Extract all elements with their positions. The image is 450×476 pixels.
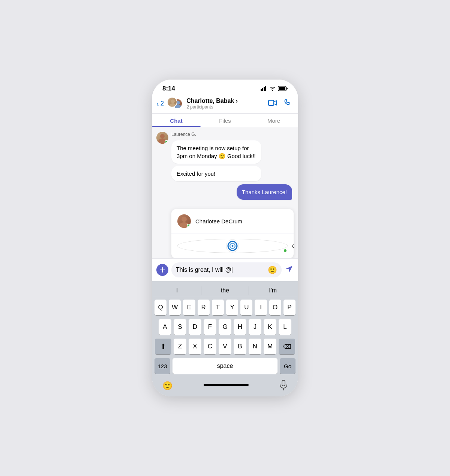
key-n[interactable]: N	[249, 339, 261, 354]
key-q[interactable]: Q	[154, 300, 166, 315]
key-p[interactable]: P	[284, 300, 296, 315]
chat-header: ‹ 2 Charlotte, Babak › 2 participants	[152, 95, 298, 114]
back-chevron-icon: ‹	[156, 99, 159, 108]
messages-column: Laurence G. The meeting is now setup for…	[171, 132, 261, 181]
wifi-icon	[270, 86, 276, 91]
status-bar: 8:14	[152, 80, 298, 95]
key-z[interactable]: Z	[174, 339, 186, 354]
svg-rect-2	[264, 87, 265, 92]
svg-rect-10	[268, 100, 274, 105]
svg-rect-1	[262, 88, 263, 91]
key-g[interactable]: G	[219, 319, 231, 335]
key-i[interactable]: I	[255, 300, 267, 315]
key-h[interactable]: H	[234, 319, 246, 335]
key-b[interactable]: B	[234, 339, 246, 354]
autocomplete-row: I the I'm	[153, 284, 297, 297]
emoji-bar: 🙂	[153, 377, 297, 396]
shift-key[interactable]: ⬆	[155, 339, 171, 354]
header-info: Charlotte, Babak › 2 participants	[186, 98, 268, 110]
mention-name-contoso: Contoso	[292, 243, 294, 249]
svg-point-13	[182, 217, 187, 222]
sender-avatar-laurence	[156, 132, 168, 144]
key-m[interactable]: M	[264, 339, 276, 354]
mention-contoso[interactable]: Contoso	[171, 233, 294, 258]
key-row-3: ⬆ Z X C V B N M ⌫	[154, 339, 296, 354]
emoji-picker-button[interactable]: 🙂	[268, 265, 277, 274]
key-k[interactable]: K	[264, 319, 276, 335]
video-call-button[interactable]	[268, 99, 277, 108]
microphone-icon[interactable]	[279, 380, 288, 392]
key-y[interactable]: Y	[226, 300, 238, 315]
tab-bar: Chat Files More	[152, 114, 298, 127]
mention-charlotee[interactable]: Charlotee DeCrum	[171, 209, 294, 233]
mention-avatar-contoso	[177, 239, 288, 253]
key-s[interactable]: S	[174, 319, 186, 335]
svg-rect-0	[261, 89, 262, 91]
mention-online-contoso	[283, 249, 287, 253]
key-j[interactable]: J	[249, 319, 261, 335]
key-e[interactable]: E	[183, 300, 195, 315]
key-a[interactable]: A	[159, 319, 171, 335]
participants-count: 2 participants	[186, 104, 268, 110]
bottom-key-row: 123 space Go	[153, 358, 297, 377]
text-input-wrap: This is great, I will @| 🙂	[171, 262, 282, 277]
status-time: 8:14	[162, 85, 175, 92]
svg-rect-3	[265, 86, 266, 91]
autocomplete-the[interactable]: the	[201, 286, 249, 295]
keyboard: I the I'm Q W E R T Y U I O P A S	[152, 281, 298, 396]
bubble-1: The meeting is now setup for 3pm on Mond…	[171, 140, 261, 164]
chat-area: Laurence G. The meeting is now setup for…	[152, 127, 298, 209]
key-o[interactable]: O	[269, 300, 281, 315]
home-indicator	[204, 384, 249, 386]
go-key[interactable]: Go	[280, 358, 296, 374]
svg-rect-5	[279, 87, 285, 90]
mention-dropdown[interactable]: Charlotee DeCrum Contoso	[171, 209, 294, 258]
key-v[interactable]: V	[219, 339, 231, 354]
key-w[interactable]: W	[169, 300, 181, 315]
outgoing-row: Thanks Laurence!	[156, 184, 294, 200]
signal-icon	[261, 86, 267, 91]
svg-point-11	[160, 134, 165, 139]
header-avatar-group	[167, 97, 183, 110]
back-count: 2	[160, 100, 164, 107]
autocomplete-i[interactable]: I	[153, 286, 201, 295]
status-icons	[261, 86, 288, 91]
tab-more[interactable]: More	[249, 114, 298, 127]
send-button[interactable]	[285, 264, 294, 276]
key-c[interactable]: C	[204, 339, 216, 354]
outgoing-bubble: Thanks Laurence!	[237, 184, 292, 200]
phone-call-button[interactable]	[284, 99, 292, 109]
phone-frame: 8:14 ‹ 2	[152, 80, 298, 396]
mention-name-charlotee: Charlotee DeCrum	[195, 218, 242, 224]
key-u[interactable]: U	[240, 300, 252, 315]
key-l[interactable]: L	[279, 319, 291, 335]
sender-name: Laurence G.	[171, 132, 261, 137]
autocomplete-im[interactable]: I'm	[249, 286, 297, 295]
mention-avatar-charlotee	[177, 214, 191, 228]
back-button[interactable]: ‹ 2	[156, 99, 164, 108]
header-actions	[268, 99, 292, 109]
key-f[interactable]: F	[204, 319, 216, 335]
input-area: This is great, I will @| 🙂	[152, 258, 298, 281]
key-d[interactable]: D	[189, 319, 201, 335]
tab-files[interactable]: Files	[201, 114, 249, 127]
tab-chat[interactable]: Chat	[152, 114, 201, 127]
keyboard-emoji-icon[interactable]: 🙂	[162, 381, 172, 391]
space-key[interactable]: space	[172, 358, 278, 374]
message-input[interactable]: This is great, I will @|	[176, 267, 265, 273]
numbers-key[interactable]: 123	[154, 358, 170, 374]
bubble-2: Excited for you!	[171, 166, 261, 181]
input-row: This is great, I will @| 🙂	[156, 262, 294, 277]
delete-key[interactable]: ⌫	[279, 339, 295, 354]
chat-name[interactable]: Charlotte, Babak ›	[186, 98, 268, 104]
key-row-1: Q W E R T Y U I O P	[154, 300, 296, 315]
battery-icon	[278, 86, 288, 91]
message-group-laurence: Laurence G. The meeting is now setup for…	[156, 132, 294, 181]
svg-point-18	[232, 245, 234, 247]
add-button[interactable]	[156, 264, 168, 276]
key-t[interactable]: T	[212, 300, 224, 315]
svg-point-6	[171, 99, 175, 103]
key-r[interactable]: R	[198, 300, 210, 315]
key-x[interactable]: X	[189, 339, 201, 354]
key-rows: Q W E R T Y U I O P A S D F G H J K	[153, 297, 297, 357]
